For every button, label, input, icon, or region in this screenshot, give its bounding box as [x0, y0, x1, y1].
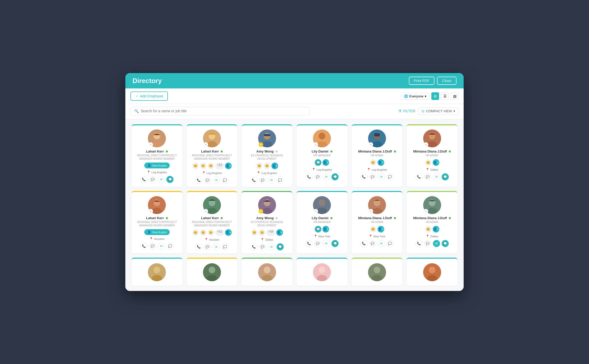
- phone-icon[interactable]: 📞: [250, 243, 258, 250]
- chat-icon[interactable]: 💬: [424, 173, 431, 180]
- card-view-button[interactable]: ▤: [451, 92, 459, 100]
- email-icon[interactable]: ✉: [378, 240, 385, 247]
- avatar-wrap: ★: [203, 129, 221, 147]
- add-person-icon[interactable]: 👤+: [271, 163, 278, 169]
- add-person-icon[interactable]: 👤+: [433, 159, 439, 166]
- message-icon[interactable]: 💭: [387, 240, 394, 247]
- toolbar: ＋ Add Employee 🌐 Everyone ▾ ⊞ ☰ ▤: [125, 88, 464, 104]
- badge-avatar-1: 😊: [192, 229, 199, 236]
- svg-point-45: [264, 267, 270, 273]
- phone-icon[interactable]: 📞: [140, 242, 147, 250]
- star-icon[interactable]: ★: [369, 142, 373, 147]
- view-controls: 🌐 Everyone ▾ ⊞ ☰ ▤: [401, 92, 459, 100]
- phone-icon[interactable]: 📞: [305, 240, 312, 247]
- message-icon[interactable]: 💭: [166, 242, 174, 250]
- chat-icon[interactable]: 💬: [204, 177, 211, 184]
- message-icon[interactable]: 💭: [387, 173, 394, 180]
- phone-icon[interactable]: 📞: [360, 240, 368, 247]
- email-icon[interactable]: ✉: [213, 243, 220, 250]
- email-icon[interactable]: ✉: [268, 243, 275, 250]
- message-icon[interactable]: 💭: [442, 173, 449, 180]
- star-icon[interactable]: ★: [424, 142, 428, 147]
- email-icon[interactable]: ✉: [433, 240, 440, 247]
- add-employee-button[interactable]: ＋ Add Employee: [130, 92, 168, 101]
- give-kudos-button[interactable]: 👤 Give Kudos: [144, 163, 170, 168]
- email-icon[interactable]: ✉: [213, 177, 220, 184]
- chat-icon[interactable]: 💬: [424, 240, 431, 247]
- add-person-icon[interactable]: 👤+: [225, 229, 232, 236]
- chat-icon[interactable]: 💬: [314, 173, 321, 180]
- phone-icon[interactable]: 📞: [250, 177, 258, 184]
- add-person-icon[interactable]: 👤+: [378, 159, 384, 166]
- phone-icon[interactable]: 📞: [360, 173, 368, 180]
- email-icon[interactable]: ✉: [158, 176, 165, 183]
- action-badges: 💬 👤+: [315, 226, 329, 232]
- star-icon[interactable]: ★: [369, 209, 373, 214]
- avatar: [423, 263, 441, 281]
- phone-icon[interactable]: 📞: [195, 243, 202, 250]
- grid-small-view-button[interactable]: ☰: [441, 92, 449, 100]
- avatar-wrap: ★: [203, 196, 221, 214]
- phone-icon[interactable]: 📞: [415, 173, 423, 180]
- message-icon[interactable]: 💭: [221, 243, 229, 250]
- chat-icon[interactable]: 💬: [369, 240, 376, 247]
- add-person-icon[interactable]: 👤+: [276, 229, 283, 236]
- phone-icon[interactable]: 📞: [195, 177, 202, 184]
- email-icon[interactable]: ✉: [323, 240, 330, 247]
- compact-view-button[interactable]: ⊟ COMPACT VIEW ▾: [418, 107, 459, 115]
- filter-button[interactable]: ⚗ FILTER: [398, 109, 415, 113]
- chat-icon[interactable]: 💬: [369, 173, 376, 180]
- header-actions: Print PDF Close: [409, 77, 456, 85]
- phone-icon[interactable]: 📞: [140, 176, 147, 183]
- message-icon[interactable]: 💭: [442, 240, 449, 247]
- compact-icon: ⊟: [422, 109, 424, 113]
- job-title: REGIONAL DIRECTOR/PROJECT MANAGER/ BOARD…: [135, 154, 179, 160]
- chat-icon[interactable]: 💬: [204, 243, 211, 250]
- chat-icon[interactable]: 💬: [149, 176, 156, 183]
- add-person-icon[interactable]: 👤+: [322, 159, 329, 166]
- badge-avatar-3: 😐: [208, 229, 214, 236]
- grid-large-view-button[interactable]: ⊞: [431, 92, 439, 100]
- close-button[interactable]: Close: [437, 77, 456, 85]
- add-person-icon[interactable]: 👤+: [378, 226, 384, 232]
- phone-icon[interactable]: 📞: [305, 173, 312, 180]
- message-icon[interactable]: 💭: [331, 240, 339, 247]
- search-icon: 🔍: [134, 109, 139, 113]
- chat-icon[interactable]: 💬: [259, 177, 266, 184]
- status-dot: [276, 150, 278, 153]
- message-icon[interactable]: 💭: [166, 176, 174, 183]
- email-icon[interactable]: ✉: [158, 242, 165, 250]
- email-icon[interactable]: ✉: [323, 173, 330, 180]
- location-icon: 📍: [149, 237, 153, 240]
- avatar: [313, 263, 331, 281]
- email-icon[interactable]: ✉: [378, 173, 385, 180]
- add-person-icon[interactable]: 👤+: [433, 226, 439, 232]
- message-icon[interactable]: 💭: [221, 177, 229, 184]
- search-input[interactable]: [141, 109, 306, 113]
- print-pdf-button[interactable]: Print PDF: [409, 77, 435, 85]
- status-dot: [166, 217, 168, 219]
- email-icon[interactable]: ✉: [433, 173, 440, 180]
- email-icon[interactable]: ✉: [268, 177, 275, 184]
- phone-icon[interactable]: 📞: [415, 240, 423, 247]
- add-person-icon[interactable]: 👤+: [225, 163, 232, 169]
- message-icon[interactable]: 💭: [277, 177, 284, 184]
- employee-name: Lahari Kerr: [201, 149, 223, 153]
- star-icon[interactable]: ★: [204, 209, 208, 214]
- everyone-dropdown[interactable]: 🌐 Everyone ▾: [401, 93, 429, 100]
- star-icon[interactable]: ★: [204, 142, 208, 147]
- star-icon[interactable]: ★: [424, 209, 428, 214]
- chat-icon[interactable]: 💬: [259, 243, 266, 250]
- action-badges: 💬 👤+: [315, 159, 329, 166]
- add-person-icon[interactable]: 👤+: [322, 226, 329, 232]
- chevron-down-icon: ▾: [425, 94, 426, 98]
- chat-icon[interactable]: 💬: [149, 242, 156, 250]
- message-icon[interactable]: 💭: [331, 173, 339, 180]
- message-icon[interactable]: 💭: [277, 243, 284, 250]
- chat-icon[interactable]: 💬: [314, 240, 321, 247]
- avatar: [258, 263, 276, 281]
- location-icon: 📍: [367, 168, 371, 171]
- give-kudos-button[interactable]: 👤 Give Kudos: [144, 229, 170, 235]
- location: 📍 Log Angeles: [202, 171, 222, 175]
- partial-card: [352, 258, 403, 286]
